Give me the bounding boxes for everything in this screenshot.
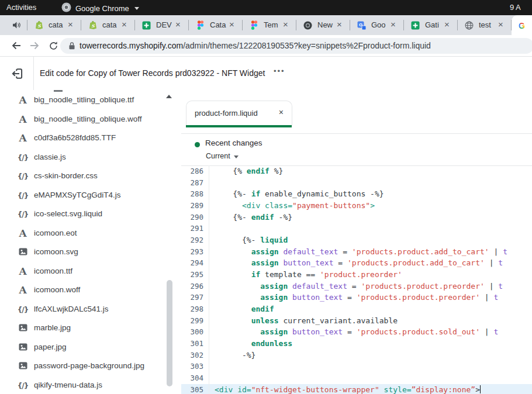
file-item[interactable]: {/}cs-skin-border.css [0, 167, 164, 185]
url-path: /admin/themes/122208190535?key=snippets%… [183, 41, 431, 50]
code-line[interactable]: 296 assign default_text = 'products.prod… [181, 281, 532, 292]
code-line[interactable]: 291 [181, 223, 532, 234]
file-item[interactable]: Abig_noodle_titling_oblique.woff [0, 110, 164, 129]
tab-close-icon[interactable]: × [391, 19, 396, 29]
url-text: towerrecords.myshopify.com/admin/themes/… [80, 41, 431, 50]
code-line[interactable]: 290 {%- endif -%} [181, 212, 532, 223]
line-number: 288 [181, 188, 209, 200]
image-file-icon [16, 342, 29, 353]
file-name: classie.js [34, 153, 66, 161]
lock-icon[interactable] [68, 42, 75, 53]
file-name: big_noodle_titling_oblique.ttf [34, 95, 134, 104]
scroll-up-icon[interactable] [166, 95, 172, 98]
tab-close-icon[interactable]: × [175, 19, 181, 29]
line-number: 296 [181, 281, 209, 292]
file-item[interactable]: {/}classie.js [0, 148, 164, 167]
screen: Activities Google Chrome 9 A Scata×Scata… [0, 0, 532, 394]
browser-tab[interactable]: Tem× [243, 15, 296, 35]
browser-tab[interactable]: GGoo× [350, 15, 404, 35]
font-file-icon: A [16, 285, 29, 296]
code-line[interactable]: 300 assign button_text = 'products.produ… [181, 326, 532, 338]
file-item[interactable]: Aicomoon.eot [0, 224, 164, 243]
version-dropdown[interactable]: Current [206, 152, 230, 160]
file-item[interactable]: {/}lfcAXLwjkDALc541.js [0, 300, 164, 319]
file-item[interactable]: {/}eMAPMXSyTCgGdiT4.js [0, 186, 164, 205]
code-line[interactable]: 299 unless current_variant.available [181, 315, 532, 327]
os-top-bar: Activities Google Chrome 9 A [0, 0, 532, 15]
more-options-button[interactable]: ••• [274, 67, 285, 75]
tab-close-icon[interactable]: × [337, 19, 342, 29]
code-line[interactable]: 292 {%- liquid [181, 234, 532, 246]
speaker-icon[interactable] [12, 21, 21, 32]
back-button[interactable] [11, 41, 22, 53]
tab-title: Tem [264, 20, 281, 29]
browser-tab[interactable]: Scata× [81, 15, 135, 35]
browser-tab[interactable]: Cata× [189, 15, 243, 35]
reload-button[interactable] [49, 41, 58, 53]
file-item[interactable]: password-page-background.jpg [0, 357, 164, 375]
browser-tab[interactable]: New× [296, 15, 350, 35]
file-item[interactable]: Abig_noodle_titling_oblique.ttf [0, 91, 164, 109]
file-item[interactable]: {/}qikify-tmenu-data.js [0, 376, 164, 394]
code-line[interactable]: 303 [181, 361, 532, 372]
exit-code-editor-icon[interactable] [11, 67, 25, 81]
line-number: 295 [181, 269, 209, 281]
font-file-icon: A [16, 114, 29, 125]
file-item[interactable]: Aicomoon.ttf [0, 262, 164, 281]
code-line[interactable]: 297 assign button_text = 'products.produ… [181, 292, 532, 303]
code-line[interactable]: 301 endunless [181, 338, 532, 350]
code-line[interactable]: 302 -%} [181, 350, 532, 361]
code-line[interactable]: 304 [181, 372, 532, 384]
header-divider [33, 57, 34, 90]
line-number: 291 [181, 223, 209, 234]
page-title: Edit code for Copy of Tower Records prd0… [40, 68, 265, 78]
file-item[interactable]: icomoon.svg [0, 243, 164, 261]
browser-tab[interactable]: Scata× [27, 15, 81, 35]
code-line[interactable]: 289 <div class="payment-buttons"> [181, 200, 532, 212]
clock-label[interactable]: 9 A [510, 3, 521, 12]
address-bar[interactable]: towerrecords.myshopify.com/admin/themes/… [60, 38, 532, 54]
svg-text:S: S [37, 23, 41, 29]
code-line[interactable]: 294 assign button_text = 'products.produ… [181, 257, 532, 269]
tab-close-icon[interactable]: × [229, 19, 234, 29]
file-name: qikify-tmenu-data.js [34, 381, 102, 389]
file-item[interactable]: marble.jpg [0, 319, 164, 337]
activities-button[interactable]: Activities [6, 3, 36, 12]
line-number: 305 [181, 384, 209, 394]
app-menu[interactable]: Google Chrome [61, 2, 139, 14]
browser-tab[interactable]: Gati× [404, 15, 458, 35]
file-item[interactable]: Aicomoon.woff [0, 281, 164, 299]
code-line[interactable]: 305<div id="nft-widget-buttons-wrapper" … [181, 384, 532, 394]
file-item[interactable]: {/}ico-select.svg.liquid [0, 205, 164, 223]
file-name: icomoon.eot [34, 229, 77, 237]
recent-changes-panel: Recent changes Current [181, 133, 532, 166]
code-line[interactable]: 298 endif [181, 303, 532, 315]
code-line[interactable]: 295 if template == 'product.preorder' [181, 269, 532, 281]
version-chevron-down-icon[interactable] [234, 155, 239, 158]
code-line[interactable]: 288 {%- if enable_dynamic_buttons -%} [181, 188, 532, 200]
tab-close-icon[interactable]: × [68, 19, 73, 29]
file-item[interactable]: paper.jpg [0, 338, 164, 357]
browser-toolbar: towerrecords.myshopify.com/admin/themes/… [0, 35, 532, 57]
code-line[interactable]: 287 [181, 177, 532, 189]
tab-close-icon[interactable]: × [122, 19, 127, 29]
sidebar-scrollbar-thumb[interactable] [167, 280, 172, 386]
line-number: 302 [181, 350, 209, 361]
line-number: 303 [181, 361, 209, 372]
editor-tab-close-icon[interactable]: × [279, 108, 284, 117]
code-file-icon: {/} [16, 209, 29, 220]
line-number: 301 [181, 338, 209, 350]
active-tab-underline [186, 125, 292, 127]
tab-close-icon[interactable]: × [283, 19, 288, 29]
browser-tab[interactable]: test× [458, 15, 512, 35]
code-line[interactable]: 293 assign default_text = 'products.prod… [181, 246, 532, 258]
tab-close-icon[interactable]: × [444, 19, 450, 29]
code-area[interactable]: 286 {% endif %}287288 {%- if enable_dyna… [181, 165, 532, 394]
browser-tab[interactable]: DEV× [135, 15, 189, 35]
tab-close-icon[interactable]: × [498, 19, 503, 29]
code-line[interactable]: 286 {% endif %} [181, 165, 532, 177]
browser-tab[interactable]: G [512, 15, 532, 35]
forward-button[interactable] [29, 41, 40, 53]
file-item[interactable]: Ac0df3a6b528fdd85.TTF [0, 129, 164, 147]
editor-file-tab[interactable]: product-form.liquid × [186, 101, 292, 126]
